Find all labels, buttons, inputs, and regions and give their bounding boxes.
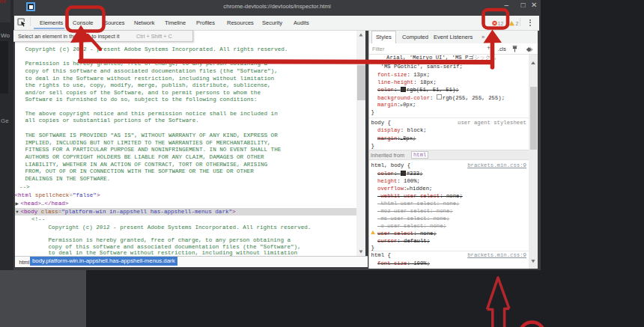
svg-text:ne: ne	[0, 0, 7, 4]
